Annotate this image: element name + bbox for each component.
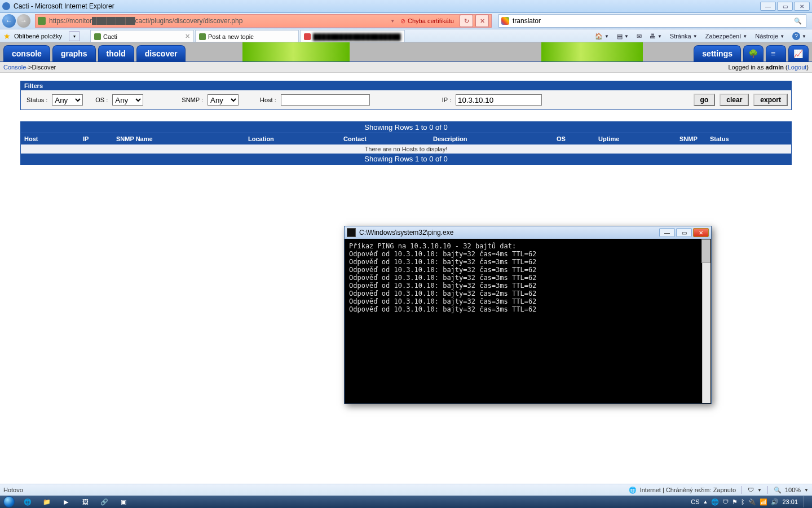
close-button[interactable]: ✕ (794, 2, 810, 11)
help-icon: ? (792, 32, 800, 40)
browser-tab-cacti[interactable]: Cacti✕ (90, 30, 194, 43)
browser-tab-post[interactable]: Post a new topic (195, 30, 299, 43)
tab-label: Cacti (103, 33, 117, 40)
maximize-button[interactable]: ▭ (777, 2, 793, 11)
tab-close-icon[interactable]: ✕ (185, 33, 190, 40)
address-bar[interactable]: https://monitor█████████cacti/plugins/di… (35, 14, 492, 28)
feeds-button[interactable]: ▤▼ (615, 32, 631, 41)
rss-icon: ▤ (617, 33, 623, 40)
google-icon (501, 17, 509, 25)
tab-favicon-icon (199, 33, 206, 40)
tab-label: ████████████████████ (313, 33, 401, 40)
favorites-star-icon[interactable]: ★ (3, 32, 11, 41)
window-title: Cacti - Microsoft Internet Explorer (14, 2, 759, 10)
safety-menu[interactable]: Zabezpečení▼ (703, 32, 750, 41)
browser-tab-other[interactable]: ████████████████████ (300, 30, 405, 43)
help-button[interactable]: ?▼ (790, 31, 809, 41)
search-icon[interactable]: 🔍 (792, 15, 804, 27)
home-button[interactable]: 🏠▼ (593, 32, 611, 41)
back-button[interactable]: ← (2, 14, 16, 28)
tab-favicon-icon (94, 33, 101, 40)
site-lock-icon (38, 17, 46, 25)
mail-button[interactable]: ✉ (634, 32, 644, 41)
shield-warning-icon: ⊘ (400, 17, 405, 25)
refresh-button[interactable]: ↻ (460, 15, 473, 27)
cacti-header: console graphs thold discover settings 🌳… (0, 42, 812, 43)
ie-nav-toolbar: ← → https://monitor█████████cacti/plugin… (0, 13, 812, 29)
print-button[interactable]: 🖶▼ (647, 32, 664, 41)
favorites-dropdown-icon[interactable]: ▾ (69, 31, 80, 41)
ie-app-icon (2, 2, 10, 10)
printer-icon: 🖶 (650, 33, 656, 40)
page-content: console graphs thold discover settings 🌳… (0, 42, 812, 43)
tab-favicon-icon (304, 33, 311, 40)
page-menu[interactable]: Stránka▼ (668, 32, 700, 41)
tab-strip: Cacti✕ Post a new topic ████████████████… (90, 30, 406, 43)
ie-command-bar: 🏠▼ ▤▼ ✉ 🖶▼ Stránka▼ Zabezpečení▼ Nástroj… (593, 31, 809, 41)
mail-icon: ✉ (637, 33, 642, 40)
search-input[interactable] (511, 16, 790, 25)
home-icon: 🏠 (595, 33, 603, 40)
cert-error-badge[interactable]: ⊘ Chyba certifikátu (397, 17, 457, 25)
forward-button[interactable]: → (17, 14, 30, 28)
url-text: https://monitor█████████cacti/plugins/di… (49, 17, 390, 25)
window-titlebar: Cacti - Microsoft Internet Explorer — ▭ … (0, 0, 812, 13)
search-box[interactable]: 🔍 (498, 14, 806, 28)
tools-menu[interactable]: Nástroje▼ (753, 32, 787, 41)
tab-label: Post a new topic (208, 33, 254, 40)
minimize-button[interactable]: — (760, 2, 776, 11)
stop-button[interactable]: ✕ (475, 15, 489, 27)
favorites-label[interactable]: Oblíbené položky (14, 33, 62, 40)
